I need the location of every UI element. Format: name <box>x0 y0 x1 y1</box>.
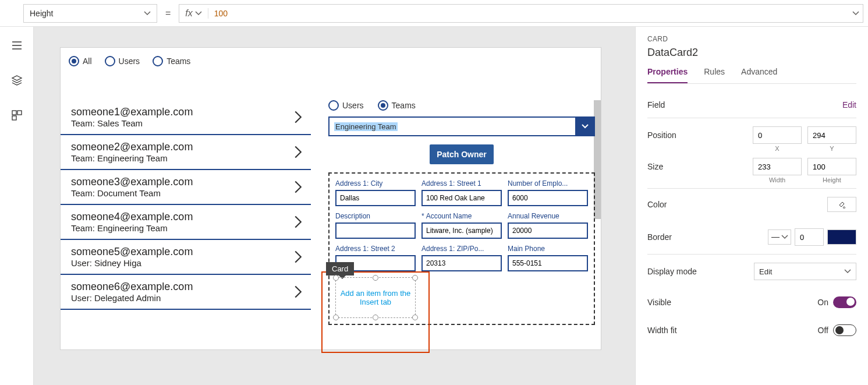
fx-button[interactable]: fx <box>179 8 208 19</box>
field-label: Field <box>647 100 665 110</box>
item-title: someone1@example.com <box>71 106 193 118</box>
properties-panel: CARD DataCard2 Properties Rules Advanced… <box>635 27 868 385</box>
panel-tabs: Properties Rules Advanced <box>647 63 856 84</box>
property-name: Height <box>30 9 53 18</box>
form-field: Address 1: ZIP/Po... <box>421 245 502 271</box>
chevron-down-icon <box>844 268 851 275</box>
chevron-right-icon <box>293 110 303 124</box>
list-item[interactable]: someone3@example.comTeam: Document Team <box>61 170 311 205</box>
field-label: Number of Emplo... <box>508 179 588 188</box>
border-label: Border <box>647 232 672 242</box>
display-mode-select[interactable]: Edit <box>754 263 856 280</box>
list-item[interactable]: someone4@example.comTeam: Engineering Te… <box>61 205 311 240</box>
empty-card-hint: Add an item from the Insert tab <box>335 277 416 318</box>
components-button[interactable] <box>11 110 23 123</box>
radio-owner-users[interactable]: Users <box>328 100 364 111</box>
tab-rules[interactable]: Rules <box>704 63 725 83</box>
widthfit-row: Width fit Off <box>647 316 856 344</box>
canvas[interactable]: All Users Teams someone1@example.comTeam… <box>34 27 635 385</box>
display-mode-value: Edit <box>759 267 772 276</box>
widthfit-label: Width fit <box>647 326 677 335</box>
field-input[interactable] <box>335 222 416 239</box>
radio-label: Teams <box>166 56 190 66</box>
field-input[interactable] <box>421 190 502 206</box>
layers-button[interactable] <box>11 75 23 89</box>
radio-owner-teams[interactable]: Teams <box>378 100 416 111</box>
team-combobox[interactable]: Engineering Team <box>328 116 595 136</box>
position-x-input[interactable] <box>753 126 802 144</box>
field-input[interactable] <box>508 255 588 271</box>
chevron-right-icon <box>293 250 303 264</box>
border-style-select[interactable] <box>768 229 791 245</box>
widthfit-toggle[interactable] <box>833 324 856 336</box>
control-type: CARD <box>647 35 856 43</box>
position-y-input[interactable] <box>807 126 856 144</box>
width-input[interactable] <box>753 158 802 175</box>
border-color-picker[interactable] <box>827 229 856 245</box>
radio-label: Teams <box>392 101 416 110</box>
field-input[interactable] <box>508 222 588 239</box>
hamburger-button[interactable] <box>11 40 23 54</box>
form-field: Address 1: City <box>335 179 416 206</box>
size-row: Size Width Height <box>647 156 856 189</box>
chevron-down-icon <box>852 10 859 17</box>
radio-icon <box>69 56 79 66</box>
field-input[interactable] <box>508 190 588 206</box>
formula-input[interactable] <box>208 5 849 22</box>
fx-label: fx <box>185 8 192 19</box>
main-area: All Users Teams someone1@example.comTeam… <box>0 27 868 385</box>
item-title: someone5@example.com <box>71 246 193 258</box>
visible-label: Visible <box>647 298 671 307</box>
paint-icon <box>838 200 846 209</box>
list-item[interactable]: someone2@example.comTeam: Engineering Te… <box>61 135 311 170</box>
selected-empty-card[interactable]: CardAdd an item from the Insert tab <box>335 277 416 318</box>
tab-properties[interactable]: Properties <box>647 63 688 83</box>
patch-owner-button[interactable]: Patch Owner <box>430 144 494 164</box>
tab-advanced[interactable]: Advanced <box>741 63 777 83</box>
radio-users[interactable]: Users <box>105 56 140 66</box>
item-subtitle: Team: Document Team <box>71 188 193 198</box>
components-icon <box>11 110 23 121</box>
height-input[interactable] <box>807 158 856 175</box>
edit-form: Address 1: CityAddress 1: Street 1Number… <box>328 172 595 325</box>
expand-formula-button[interactable] <box>849 10 863 17</box>
radio-all[interactable]: All <box>69 56 92 66</box>
property-dropdown[interactable]: Height <box>23 4 157 23</box>
edit-field-link[interactable]: Edit <box>842 100 856 110</box>
radio-icon <box>378 100 388 111</box>
radio-teams[interactable]: Teams <box>153 56 190 66</box>
formula-bar: Height = fx <box>0 0 868 27</box>
display-mode-row: Display mode Edit <box>647 255 856 288</box>
gallery[interactable]: someone1@example.comTeam: Sales Teamsome… <box>61 100 311 349</box>
display-mode-label: Display mode <box>647 267 697 276</box>
color-row: Color <box>647 189 856 220</box>
form-field: Main Phone <box>508 245 588 271</box>
size-label: Size <box>647 162 663 171</box>
field-label: Address 1: City <box>335 179 416 188</box>
field-input[interactable] <box>335 190 416 206</box>
item-title: someone2@example.com <box>71 141 193 153</box>
chevron-right-icon <box>293 285 303 299</box>
list-item[interactable]: someone6@example.comUser: Delegated Admi… <box>61 275 311 310</box>
radio-icon <box>153 56 163 66</box>
chevron-right-icon <box>293 145 303 159</box>
control-name[interactable]: DataCard2 <box>647 47 856 59</box>
list-item[interactable]: someone5@example.comUser: Sidney Higa <box>61 240 311 275</box>
field-input[interactable] <box>421 222 502 239</box>
color-picker[interactable] <box>827 197 856 212</box>
list-item[interactable]: someone1@example.comTeam: Sales Team <box>61 100 311 135</box>
height-sublabel: Height <box>807 176 856 183</box>
combobox-button[interactable] <box>575 116 595 136</box>
y-sublabel: Y <box>807 145 856 152</box>
item-subtitle: User: Delegated Admin <box>71 293 193 303</box>
field-input[interactable] <box>421 255 502 271</box>
field-label: Description <box>335 212 416 220</box>
item-subtitle: Team: Sales Team <box>71 118 193 128</box>
x-sublabel: X <box>753 145 802 152</box>
visible-toggle[interactable] <box>833 296 856 308</box>
border-width-input[interactable] <box>795 228 824 246</box>
field-label: Annual Revenue <box>508 212 588 220</box>
form-field: Annual Revenue <box>508 212 588 239</box>
visible-row: Visible On <box>647 288 856 316</box>
field-label: Address 1: Street 1 <box>421 179 502 188</box>
